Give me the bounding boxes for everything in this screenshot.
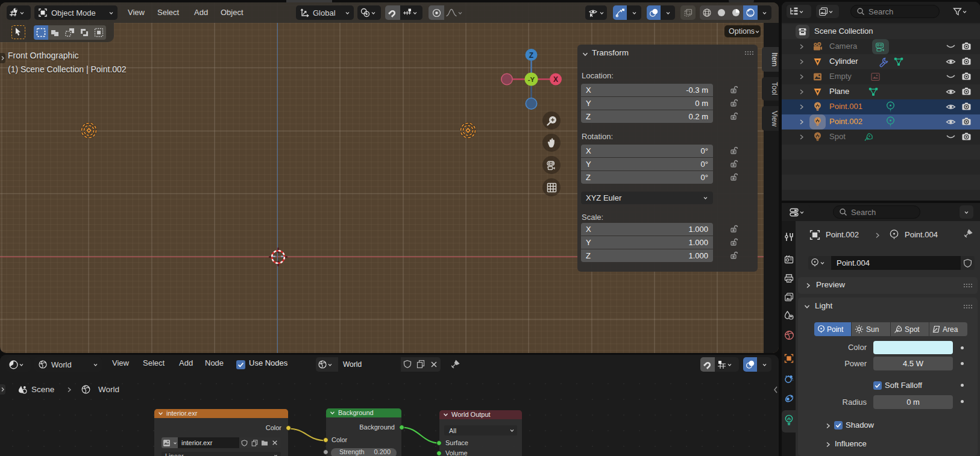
svg-text:-Y: -Y bbox=[528, 76, 535, 83]
svg-text:Z: Z bbox=[529, 51, 533, 60]
svg-text:X: X bbox=[553, 75, 558, 84]
